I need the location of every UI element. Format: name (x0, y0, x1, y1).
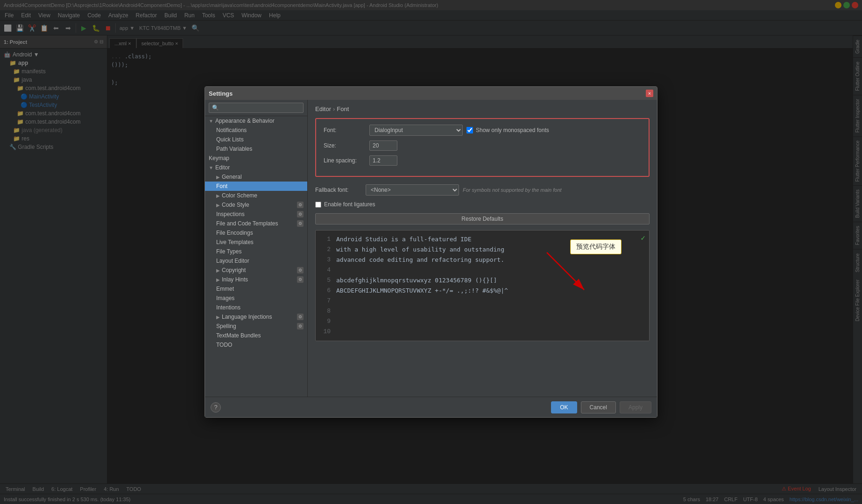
tree-color-scheme[interactable]: ▶ Color Scheme (205, 191, 307, 200)
dialog-left-panel: ▼ Appearance & Behavior Notifications Qu… (205, 100, 308, 397)
dialog-footer: ? OK Cancel Apply (205, 397, 657, 417)
font-label: Font: (324, 127, 366, 133)
preview-text-2: with a high level of usability and outst… (336, 245, 504, 255)
line-number: 7 (321, 296, 331, 306)
badge-icon: ⚙ (297, 323, 304, 329)
fallback-font-hint: For symbols not supported by the main fo… (463, 187, 562, 193)
tree-item-label: Editor (215, 164, 230, 171)
ligatures-label: Enable font ligatures (324, 201, 375, 208)
preview-line-8: 8 (321, 306, 643, 316)
font-select[interactable]: DialogInput (369, 125, 463, 136)
tree-path-variables[interactable]: Path Variables (205, 144, 307, 154)
size-input[interactable] (369, 140, 397, 151)
fallback-font-select[interactable]: <None> (366, 184, 459, 196)
line-spacing-input[interactable] (369, 155, 397, 166)
tree-item-label: Notifications (216, 127, 247, 133)
tree-item-label: Language Injections (222, 314, 272, 320)
tree-item-label: TODO (216, 342, 232, 348)
preview-line-6: 6 ABCDEFGHIJKLMNOPQRSTUVWXYZ +-*/= .,;:!… (321, 286, 643, 296)
ok-button[interactable]: OK (551, 401, 577, 413)
line-number: 6 (321, 286, 331, 296)
show-mono-checkbox[interactable] (466, 127, 473, 133)
tree-inlay-hints[interactable]: ▶ Inlay Hints ⚙ (205, 275, 307, 284)
tree-appearance[interactable]: ▼ Appearance & Behavior (205, 116, 307, 126)
preview-text-5: abcdefghijklmnopqrstuvwxyz 0123456789 ()… (336, 275, 497, 286)
badge-icon: ⚙ (297, 220, 304, 227)
tree-item-label: Live Templates (216, 239, 254, 245)
badge-icon: ⚙ (297, 211, 304, 217)
dialog-title-bar: Settings × (205, 87, 657, 100)
breadcrumb-font: Font (337, 105, 349, 112)
tree-font[interactable]: Font (205, 182, 307, 191)
restore-defaults-btn[interactable]: Restore Defaults (315, 213, 650, 224)
badge-icon: ⚙ (297, 267, 304, 273)
settings-search-input[interactable] (209, 103, 304, 113)
tree-item-label: File and Code Templates (216, 220, 278, 227)
line-number: 8 (321, 306, 331, 316)
tree-item-label: Color Scheme (222, 192, 257, 199)
size-row: Size: (324, 140, 641, 151)
help-icon: ? (214, 404, 217, 411)
tree-item-label: Appearance & Behavior (215, 118, 275, 124)
dialog-search (205, 100, 307, 116)
tree-textmate-bundles[interactable]: TextMate Bundles (205, 331, 307, 340)
tree-notifications[interactable]: Notifications (205, 126, 307, 135)
tree-item-label: Spelling (216, 323, 236, 329)
tree-item-label: Copyright (222, 267, 246, 273)
tree-images[interactable]: Images (205, 294, 307, 303)
tree-item-label: Code Style (222, 202, 249, 208)
tree-file-code-templates[interactable]: File and Code Templates ⚙ (205, 219, 307, 228)
settings-dialog: Settings × ▼ Appearance & Behavior (205, 86, 657, 418)
line-number: 3 (321, 255, 331, 265)
tree-keymap[interactable]: Keymap (205, 154, 307, 163)
tree-todo[interactable]: TODO (205, 340, 307, 350)
tree-item-label: Font (216, 183, 227, 189)
tree-copyright[interactable]: ▶ Copyright ⚙ (205, 266, 307, 275)
show-mono-checkbox-row: Show only monospaced fonts (466, 127, 549, 133)
preview-text-1: Android Studio is a full-featured IDE (336, 234, 472, 245)
line-number: 4 (321, 265, 331, 275)
tree-editor[interactable]: ▼ Editor (205, 163, 307, 172)
tree-general[interactable]: ▶ General (205, 172, 307, 182)
badge-icon: ⚙ (297, 202, 304, 208)
modal-overlay: Settings × ▼ Appearance & Behavior (0, 0, 862, 504)
tree-layout-editor[interactable]: Layout Editor (205, 256, 307, 266)
tree-item-label: Layout Editor (216, 258, 249, 264)
tree-intentions[interactable]: Intentions (205, 303, 307, 312)
tree-item-label: Quick Lists (216, 136, 244, 143)
tree-item-label: File Types (216, 248, 241, 255)
preview-text-6: ABCDEFGHIJKLMNOPQRSTUVWXYZ +-*/= .,;:!? … (336, 286, 508, 296)
line-number: 10 (321, 327, 331, 337)
badge-icon: ⚙ (297, 276, 304, 283)
cancel-button[interactable]: Cancel (581, 401, 616, 413)
tree-language-injections[interactable]: ▶ Language Injections ⚙ (205, 312, 307, 322)
preview-checkmark-icon: ✓ (641, 233, 645, 243)
tree-file-types[interactable]: File Types (205, 247, 307, 256)
apply-button[interactable]: Apply (620, 401, 651, 413)
dialog-body: ▼ Appearance & Behavior Notifications Qu… (205, 100, 657, 397)
tree-item-label: Inspections (216, 211, 245, 217)
help-button[interactable]: ? (211, 402, 221, 413)
preview-container: ✓ 1 Android Studio is a full-featured ID… (315, 230, 650, 391)
tree-inspections[interactable]: Inspections ⚙ (205, 210, 307, 219)
tree-code-style[interactable]: ▶ Code Style ⚙ (205, 200, 307, 210)
tree-file-encodings[interactable]: File Encodings (205, 228, 307, 238)
show-mono-label: Show only monospaced fonts (476, 127, 549, 133)
tree-emmet[interactable]: Emmet (205, 284, 307, 294)
dialog-title: Settings (209, 90, 233, 97)
line-number: 2 (321, 245, 331, 255)
arrow-icon: ▶ (216, 277, 220, 282)
tree-quick-lists[interactable]: Quick Lists (205, 135, 307, 144)
tree-live-templates[interactable]: Live Templates (205, 238, 307, 247)
tree-spelling[interactable]: Spelling ⚙ (205, 322, 307, 331)
breadcrumb: Editor › Font (315, 105, 650, 112)
dialog-right-panel: Editor › Font Font: DialogInput (308, 100, 657, 397)
footer-buttons: OK Cancel Apply (551, 401, 651, 413)
preview-line-7: 7 (321, 296, 643, 306)
dialog-close-btn[interactable]: × (646, 90, 653, 97)
ligatures-checkbox[interactable] (315, 202, 321, 208)
arrow-icon: ▼ (209, 165, 213, 170)
line-number: 5 (321, 275, 331, 286)
arrow-icon: ▶ (216, 193, 220, 198)
settings-tree: ▼ Appearance & Behavior Notifications Qu… (205, 116, 307, 350)
